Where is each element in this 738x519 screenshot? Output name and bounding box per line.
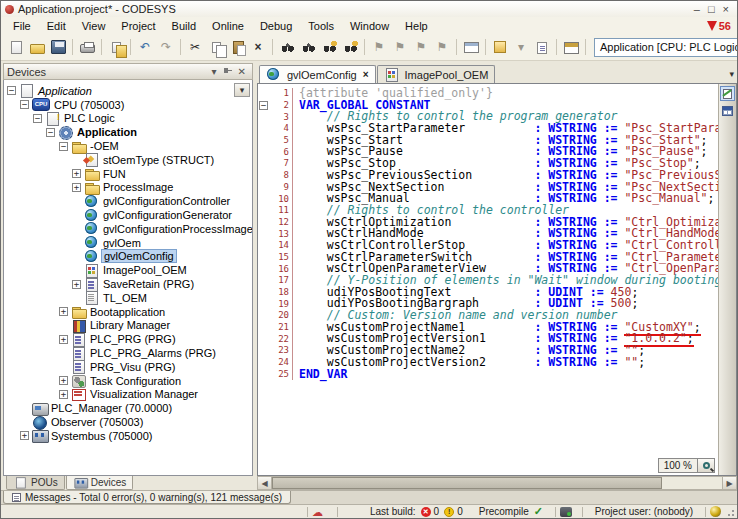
undo-button[interactable]: ↶: [135, 37, 155, 57]
open-project-button[interactable]: [27, 37, 47, 57]
fold-collapse-icon[interactable]: −: [259, 101, 268, 110]
menu-window[interactable]: Window: [342, 19, 397, 33]
update-device-button[interactable]: [561, 37, 581, 57]
tree-item-saveretain-prg[interactable]: +SaveRetain (PRG): [4, 277, 252, 291]
save-project-button[interactable]: [48, 37, 68, 57]
panel-close-button[interactable]: ✕: [235, 65, 249, 79]
navigator-tab-devices[interactable]: Devices: [66, 476, 134, 490]
tree-item-processimage[interactable]: +ProcessImage: [4, 181, 252, 195]
menu-build[interactable]: Build: [164, 19, 204, 33]
scrollbar-track[interactable]: [662, 477, 722, 489]
find-in-project-button[interactable]: [319, 37, 339, 57]
bookmark-next-button[interactable]: ⚑: [390, 37, 410, 57]
menu-debug[interactable]: Debug: [252, 19, 300, 33]
build-dropdown-button[interactable]: ▾: [511, 37, 531, 57]
menu-project[interactable]: Project: [113, 19, 163, 33]
tree-item-gvlconfigurationcontroller[interactable]: gvlConfigurationController: [4, 194, 252, 208]
scroll-right-button[interactable]: ▶: [722, 477, 736, 489]
tree-expander[interactable]: +: [59, 390, 68, 399]
tree-item-application[interactable]: −Application: [4, 84, 252, 98]
tree-item-fun[interactable]: +FUN: [4, 167, 252, 181]
build-button[interactable]: [490, 37, 510, 57]
pin-button[interactable]: [220, 65, 235, 79]
menu-file[interactable]: File: [5, 19, 39, 33]
menu-edit[interactable]: Edit: [39, 19, 74, 33]
tree-item-gvlconfigurationgenerator[interactable]: gvlConfigurationGenerator: [4, 208, 252, 222]
cut-button[interactable]: ✂: [185, 37, 205, 57]
tree-item-observer-705003[interactable]: Observer (705003): [4, 415, 252, 429]
tree-expander[interactable]: +: [59, 307, 68, 316]
generate-code-button[interactable]: [532, 37, 552, 57]
tree-expander[interactable]: −: [7, 86, 16, 95]
close-button[interactable]: ×: [723, 3, 729, 15]
navigator-tab-pous[interactable]: POUs: [6, 476, 65, 490]
window-list-button[interactable]: ▾: [729, 69, 734, 79]
paste-button[interactable]: [227, 37, 247, 57]
panel-menu-button[interactable]: ▾: [209, 65, 220, 79]
tree-dropdown-button[interactable]: ▾: [234, 83, 250, 97]
notification-flag[interactable]: 56: [707, 20, 731, 32]
copy-project-button[interactable]: [106, 37, 126, 57]
active-application-combo[interactable]: Application [CPU: PLC Logic]▾: [594, 38, 738, 57]
menu-tools[interactable]: Tools: [300, 19, 342, 33]
tree-expander[interactable]: +: [20, 431, 29, 440]
editor-hscrollbar[interactable]: ◀ ▶: [257, 476, 737, 490]
delete-button[interactable]: ×: [248, 37, 268, 57]
tabular-view-button[interactable]: [720, 103, 735, 118]
fold-margin[interactable]: −: [258, 101, 269, 110]
tree-expander[interactable]: −: [33, 114, 42, 123]
zoom-level[interactable]: 100 %: [658, 458, 698, 473]
scroll-left-button[interactable]: ◀: [258, 477, 272, 489]
scrollbar-thumb[interactable]: [272, 477, 662, 489]
tree-item-task-configuration[interactable]: +Task Configuration: [4, 374, 252, 388]
redo-button[interactable]: ↷: [156, 37, 176, 57]
tree-item-plc-prg-prg[interactable]: +PLC_PRG (PRG): [4, 332, 252, 346]
tree-item-visualization-manager[interactable]: +Visualization Manager: [4, 388, 252, 402]
copy-button[interactable]: [206, 37, 226, 57]
replace-button[interactable]: [298, 37, 318, 57]
minimize-button[interactable]: –: [694, 3, 700, 15]
tree-item-gvloemconfig[interactable]: gvlOemConfig: [4, 250, 252, 264]
menu-help[interactable]: Help: [397, 19, 436, 33]
tree-item-imagepool-oem[interactable]: ImagePool_OEM: [4, 263, 252, 277]
menu-view[interactable]: View: [74, 19, 114, 33]
tree-item-plc-prg-alarms-prg[interactable]: PLC_PRG_Alarms (PRG): [4, 346, 252, 360]
editor-tab-imagepool_oem[interactable]: ImagePool_OEM: [377, 65, 496, 83]
editor-tab-gvloemconfig[interactable]: gvlOemConfig×: [259, 65, 376, 83]
bookmark-previous-button[interactable]: ⚑: [411, 37, 431, 57]
tree-item-oem[interactable]: −-OEM: [4, 139, 252, 153]
replace-in-project-button[interactable]: [340, 37, 360, 57]
tree-item-gvloem[interactable]: gvlOem: [4, 236, 252, 250]
tree-expander[interactable]: −: [59, 142, 68, 151]
tree-item-plc-manager-70-0000[interactable]: PLC_Manager (70.0000): [4, 401, 252, 415]
tree-item-bootapplication[interactable]: +Bootapplication: [4, 305, 252, 319]
tree-item-prg-visu-prg[interactable]: PRG_Visu (PRG): [4, 360, 252, 374]
zoom-button[interactable]: [698, 458, 715, 473]
bookmark-toggle-button[interactable]: ⚑: [369, 37, 389, 57]
tree-expander[interactable]: +: [59, 376, 68, 385]
tree-expander[interactable]: −: [20, 100, 29, 109]
bookmark-clear-button[interactable]: ⚑: [432, 37, 452, 57]
code-line[interactable]: 25END_VAR: [258, 369, 718, 381]
textual-view-button[interactable]: [720, 86, 735, 101]
tree-item-cpu-705003[interactable]: −CPUCPU (705003): [4, 98, 252, 112]
tree-item-library-manager[interactable]: Library Manager: [4, 319, 252, 333]
tree-item-application[interactable]: −Application: [4, 125, 252, 139]
project-settings-button[interactable]: [461, 37, 481, 57]
maximize-button[interactable]: □: [708, 3, 715, 15]
tree-item-stoemtype-struct[interactable]: stOemType (STRUCT): [4, 153, 252, 167]
tree-expander[interactable]: +: [72, 169, 81, 178]
messages-tab[interactable]: Messages - Total 0 error(s), 0 warning(s…: [3, 491, 291, 504]
tree-expander[interactable]: +: [59, 335, 68, 344]
print-button[interactable]: [77, 37, 97, 57]
tree-item-systembus-705000[interactable]: +Systembus (705000): [4, 429, 252, 443]
tree-item-plc-logic[interactable]: −PLC Logic: [4, 112, 252, 126]
menu-online[interactable]: Online: [204, 19, 252, 33]
tree-item-gvlconfigurationprocessimage[interactable]: gvlConfigurationProcessImage: [4, 222, 252, 236]
resize-grip[interactable]: [725, 507, 735, 517]
code-editor[interactable]: 1{attribute 'qualified_only'}−2VAR_GLOBA…: [257, 83, 737, 476]
tree-expander[interactable]: +: [72, 183, 81, 192]
tree-expander[interactable]: +: [72, 280, 81, 289]
find-button[interactable]: [277, 37, 297, 57]
tree-expander[interactable]: −: [46, 128, 55, 137]
